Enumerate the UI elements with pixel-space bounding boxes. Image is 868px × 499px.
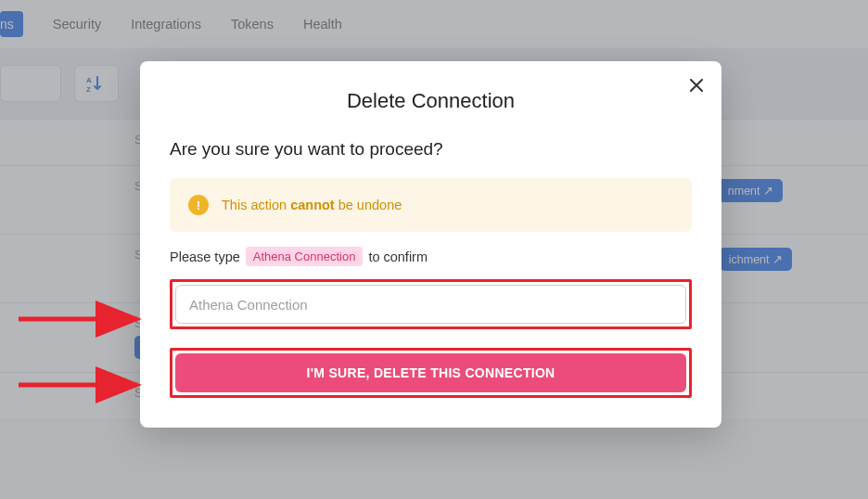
confirm-instruction: Please type Athena Connection to confirm bbox=[170, 247, 692, 266]
delete-button-highlight: I'M SURE, DELETE THIS CONNECTION bbox=[170, 348, 692, 398]
confirm-name-input[interactable] bbox=[175, 285, 686, 324]
confirm-input-highlight bbox=[170, 279, 692, 329]
warning-icon: ! bbox=[188, 195, 209, 215]
close-button[interactable] bbox=[690, 76, 703, 95]
modal-title: Delete Connection bbox=[170, 89, 692, 113]
connection-name-badge: Athena Connection bbox=[246, 247, 364, 266]
warning-box: ! This action cannot be undone bbox=[170, 178, 692, 232]
delete-confirm-button[interactable]: I'M SURE, DELETE THIS CONNECTION bbox=[175, 353, 686, 392]
modal-question: Are you sure you want to proceed? bbox=[170, 139, 692, 160]
close-icon bbox=[690, 79, 703, 92]
delete-connection-modal: Delete Connection Are you sure you want … bbox=[140, 61, 721, 428]
warning-text: This action cannot be undone bbox=[222, 198, 402, 212]
